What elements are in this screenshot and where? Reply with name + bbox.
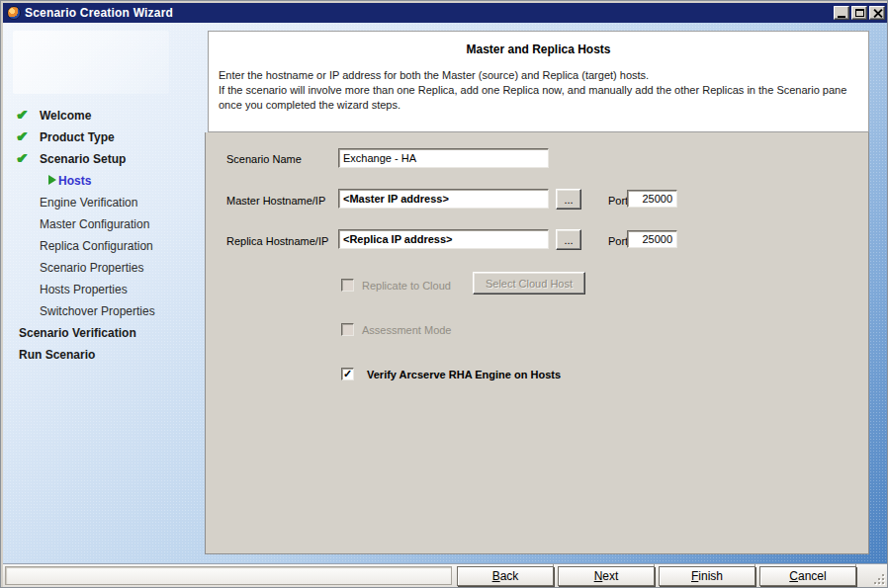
sidebar-step-hosts: Hosts bbox=[3, 169, 205, 191]
sidebar-step-hosts-properties: Hosts Properties bbox=[3, 278, 205, 299]
status-message-area bbox=[5, 566, 452, 585]
sidebar-step-label: Product Type bbox=[40, 130, 115, 144]
assessment-mode-label: Assessment Mode bbox=[362, 324, 451, 336]
replica-hostname-input[interactable] bbox=[338, 229, 549, 249]
resize-grip-icon[interactable] bbox=[872, 572, 884, 584]
sidebar-step-scenario-properties: Scenario Properties bbox=[3, 256, 205, 278]
master-port-input[interactable] bbox=[627, 190, 677, 208]
step-current-arrow-icon bbox=[48, 175, 56, 185]
sidebar-step-label: Switchover Properties bbox=[40, 304, 155, 318]
sidebar-step-label: Hosts Properties bbox=[40, 283, 128, 296]
step-completed-check-icon: ✔ bbox=[16, 147, 28, 169]
replica-browse-button[interactable]: ... bbox=[556, 229, 581, 250]
master-hostname-input[interactable] bbox=[338, 189, 549, 209]
minimize-icon bbox=[838, 16, 845, 18]
window-title: Scenario Creation Wizard bbox=[25, 6, 173, 20]
cancel-button[interactable]: Cancel bbox=[759, 566, 856, 586]
sidebar-step-run-scenario: Run Scenario bbox=[3, 343, 205, 365]
sidebar-step-label: Welcome bbox=[40, 109, 91, 123]
sidebar-step-welcome: ✔Welcome bbox=[3, 104, 205, 126]
sidebar-step-label: Hosts bbox=[58, 174, 91, 188]
scenario-name-label: Scenario Name bbox=[226, 153, 302, 165]
verify-engine-label: Verify Arcserve RHA Engine on Hosts bbox=[367, 369, 561, 380]
sidebar-step-master-configuration: Master Configuration bbox=[3, 212, 205, 234]
sidebar-step-label: Replica Configuration bbox=[40, 239, 153, 253]
replica-port-input[interactable] bbox=[627, 230, 677, 248]
scenario-name-input[interactable] bbox=[338, 148, 549, 168]
back-button[interactable]: Back bbox=[457, 566, 554, 586]
sidebar-step-replica-configuration: Replica Configuration bbox=[3, 234, 205, 256]
replicate-to-cloud-label: Replicate to Cloud bbox=[362, 280, 451, 292]
sidebar-step-label: Scenario Properties bbox=[40, 261, 143, 275]
replica-port-label: Port bbox=[608, 235, 628, 247]
hosts-form-panel: Scenario Name Master Hostname/IP ... Por… bbox=[205, 132, 869, 554]
page-header: Master and Replica Hosts Enter the hostn… bbox=[208, 31, 869, 132]
close-button[interactable] bbox=[869, 6, 885, 20]
sidebar-step-engine-verification: Engine Verification bbox=[3, 191, 205, 212]
finish-button[interactable]: Finish bbox=[659, 566, 755, 586]
close-icon bbox=[873, 9, 882, 18]
select-cloud-host-button: Select Cloud Host bbox=[473, 272, 585, 294]
assessment-mode-checkbox: ✓ bbox=[341, 323, 354, 336]
page-description-line1: Enter the hostname or IP address for bot… bbox=[219, 68, 858, 83]
sidebar-step-product-type: ✔Product Type bbox=[3, 126, 205, 147]
replica-hostname-label: Replica Hostname/IP bbox=[226, 235, 328, 247]
sidebar-step-label: Scenario Setup bbox=[40, 152, 126, 166]
sidebar-step-switchover-properties: Switchover Properties bbox=[3, 299, 205, 321]
logo-area bbox=[13, 31, 169, 94]
verify-engine-checkbox[interactable]: ✓ bbox=[341, 368, 354, 380]
wizard-steps: ✔Welcome✔Product Type✔Scenario SetupHost… bbox=[3, 104, 205, 365]
master-browse-button[interactable]: ... bbox=[556, 189, 581, 210]
sidebar-step-scenario-setup: ✔Scenario Setup bbox=[3, 147, 205, 169]
minimize-button[interactable] bbox=[834, 6, 849, 20]
maximize-icon bbox=[855, 9, 864, 17]
sidebar-step-label: Engine Verification bbox=[40, 196, 137, 210]
sidebar-step-label: Run Scenario bbox=[19, 348, 95, 362]
replicate-to-cloud-checkbox: ✓ bbox=[341, 279, 354, 292]
page-title: Master and Replica Hosts bbox=[209, 42, 868, 56]
maximize-button[interactable] bbox=[851, 6, 867, 20]
wizard-body: ✔Welcome✔Product Type✔Scenario SetupHost… bbox=[3, 23, 887, 563]
sidebar-step-scenario-verification: Scenario Verification bbox=[3, 321, 205, 343]
scenario-creation-wizard-window: Scenario Creation Wizard ✔Welcome✔Produc… bbox=[0, 0, 888, 588]
step-completed-check-icon: ✔ bbox=[16, 104, 28, 126]
step-completed-check-icon: ✔ bbox=[16, 126, 28, 147]
footer-bar: Back Next Finish Cancel bbox=[3, 563, 887, 587]
master-hostname-label: Master Hostname/IP bbox=[226, 195, 325, 207]
titlebar[interactable]: Scenario Creation Wizard bbox=[3, 3, 887, 23]
arcserve-globe-icon bbox=[7, 6, 21, 20]
master-port-label: Port bbox=[608, 195, 628, 207]
next-button[interactable]: Next bbox=[558, 566, 655, 586]
page-description-line2: If the scenario will involve more than o… bbox=[219, 83, 858, 113]
checkmark-icon: ✓ bbox=[342, 369, 353, 379]
sidebar-step-label: Master Configuration bbox=[40, 217, 149, 231]
sidebar-step-label: Scenario Verification bbox=[19, 326, 136, 340]
